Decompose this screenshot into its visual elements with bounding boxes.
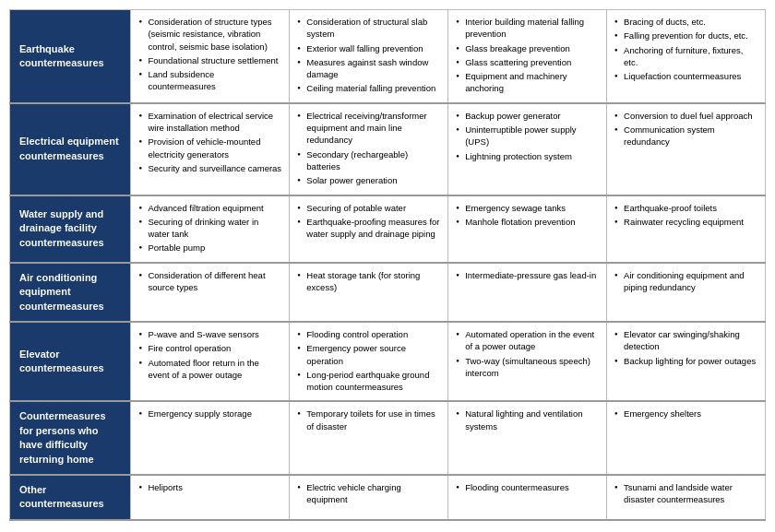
list-item: Lightning protection system [456,150,599,162]
list-item: Consideration of structure types (seismi… [138,16,281,53]
list-item: Two-way (simultaneous speech) intercom [456,355,599,380]
list-item: Foundational structure settlement [138,54,281,66]
content-cell: Securing of potable waterEarthquake-proo… [290,195,448,263]
list-item: Interior building material falling preve… [456,16,599,41]
content-cell: Examination of electrical service wire i… [131,103,290,195]
list-item: Backup lighting for power outages [614,355,757,367]
list-item: Long-period earthquake ground motion cou… [297,369,440,394]
list-item: Bracing of ducts, etc. [614,16,757,28]
list-item: Falling prevention for ducts, etc. [614,30,757,41]
content-cell: Flooding control operationEmergency powe… [290,322,448,401]
list-item: Automated floor return in the event of a… [138,357,281,382]
list-item: Measures against sash window damage [297,56,440,81]
list-item: Earthquake-proof toilets [614,202,757,214]
list-item: Advanced filtration equipment [138,202,281,214]
list-item: Liquefaction countermeasures [614,70,757,82]
list-item: Fire control operation [138,342,281,354]
list-item: Temporary toilets for use in times of di… [297,408,440,432]
list-item: Air conditioning equipment and piping re… [614,269,757,294]
content-cell: Temporary toilets for use in times of di… [290,401,448,475]
list-item: Secondary (rechargeable) batteries [297,148,440,173]
content-cell: Interior building material falling preve… [448,10,607,103]
list-item: Glass breakage prevention [456,42,599,54]
list-item: Equipment and machinery anchoring [456,70,599,95]
content-cell: Conversion to duel fuel approachCommunic… [607,103,766,195]
content-cell: Emergency sewage tanksManhole flotation … [448,195,607,263]
list-item: Securing of drinking water in water tank [138,216,281,241]
list-item: Automated operation in the event of a po… [456,328,599,353]
content-cell: Emergency supply storage [131,401,290,475]
list-item: Electric vehicle charging equipment [297,481,440,506]
content-cell: Elevator car swinging/shaking detectionB… [607,322,766,401]
table-row: Countermeasures for persons who have dif… [10,401,766,475]
category-cell: Air conditioning equipment countermeasur… [10,263,131,322]
list-item: Land subsidence countermeasures [138,68,281,93]
list-item: Exterior wall falling prevention [297,42,440,54]
content-cell: Tsunami and landside water disaster coun… [607,475,766,520]
content-cell: Automated operation in the event of a po… [448,322,607,401]
content-cell: Consideration of structure types (seismi… [131,10,290,103]
content-cell: Natural lighting and ventilation systems [448,401,607,475]
content-cell: Air conditioning equipment and piping re… [607,263,766,322]
list-item: Solar power generation [297,174,440,186]
content-cell: Advanced filtration equipmentSecuring of… [131,195,290,263]
list-item: Manhole flotation prevention [456,216,599,228]
list-item: Security and surveillance cameras [138,162,281,174]
list-item: Emergency shelters [614,408,757,420]
content-cell: Electrical receiving/transformer equipme… [290,103,448,195]
content-cell: Bracing of ducts, etc.Falling prevention… [607,10,766,103]
category-cell: Countermeasures for persons who have dif… [10,401,131,475]
list-item: Emergency supply storage [138,408,281,420]
list-item: P-wave and S-wave sensors [138,328,281,340]
content-cell: P-wave and S-wave sensorsFire control op… [131,322,290,401]
table-row: Elevator countermeasuresP-wave and S-wav… [10,322,766,401]
content-cell: Heat storage tank (for storing excess) [290,263,448,322]
list-item: Anchoring of furniture, fixtures, etc. [614,44,757,69]
list-item: Conversion to duel fuel approach [614,110,757,122]
content-cell: Flooding countermeasures [448,475,607,520]
list-item: Consideration of structural slab system [297,16,440,41]
content-cell: Heliports [131,475,290,520]
list-item: Flooding countermeasures [456,481,599,493]
countermeasures-table: Earthquake countermeasuresConsideration … [9,9,766,521]
list-item: Ceiling material falling prevention [297,82,440,94]
content-cell: Earthquake-proof toiletsRainwater recycl… [607,195,766,263]
table-row: Other countermeasuresHeliportsElectric v… [10,475,766,520]
list-item: Elevator car swinging/shaking detection [614,328,757,353]
list-item: Intermediate-pressure gas lead-in [456,269,599,281]
table-row: Water supply and drainage facility count… [10,195,766,263]
list-item: Flooding control operation [297,328,440,340]
list-item: Backup power generator [456,110,599,122]
list-item: Emergency power source operation [297,342,440,367]
list-item: Examination of electrical service wire i… [138,110,281,135]
list-item: Portable pump [138,242,281,254]
table-row: Air conditioning equipment countermeasur… [10,263,766,322]
table-row: Electrical equipment countermeasuresExam… [10,103,766,195]
category-cell: Elevator countermeasures [10,322,131,401]
list-item: Emergency sewage tanks [456,202,599,214]
list-item: Uninterruptible power supply (UPS) [456,124,599,148]
content-cell: Backup power generatorUninterruptible po… [448,103,607,195]
list-item: Heliports [138,481,281,493]
list-item: Rainwater recycling equipment [614,216,757,228]
category-cell: Electrical equipment countermeasures [10,103,131,195]
list-item: Electrical receiving/transformer equipme… [297,110,440,147]
category-cell: Earthquake countermeasures [10,10,131,103]
list-item: Tsunami and landside water disaster coun… [614,481,757,506]
list-item: Glass scattering prevention [456,56,599,68]
list-item: Securing of potable water [297,202,440,214]
content-cell: Electric vehicle charging equipment [290,475,448,520]
list-item: Communication system redundancy [614,124,757,148]
content-cell: Consideration of different heat source t… [131,263,290,322]
content-cell: Emergency shelters [607,401,766,475]
content-cell: Intermediate-pressure gas lead-in [448,263,607,322]
list-item: Natural lighting and ventilation systems [456,408,599,432]
content-cell: Consideration of structural slab systemE… [290,10,448,103]
table-row: Earthquake countermeasuresConsideration … [10,10,766,103]
list-item: Earthquake-proofing measures for water s… [297,216,440,241]
list-item: Heat storage tank (for storing excess) [297,269,440,294]
category-cell: Other countermeasures [10,475,131,520]
category-cell: Water supply and drainage facility count… [10,195,131,263]
list-item: Provision of vehicle-mounted electricity… [138,136,281,160]
list-item: Consideration of different heat source t… [138,269,281,294]
